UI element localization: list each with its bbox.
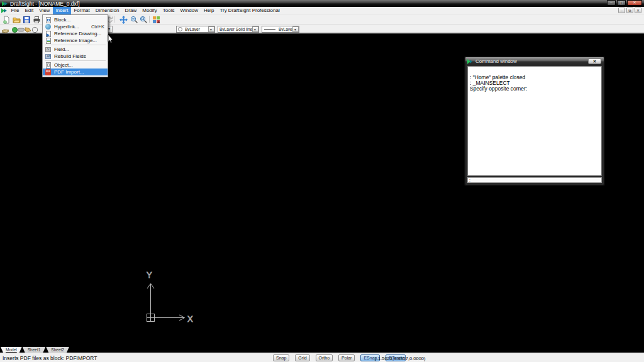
save-icon[interactable]	[23, 15, 31, 23]
window-title: DraftSight - [NONAME_0.dxf]	[10, 1, 80, 7]
chevron-down-icon[interactable]: ▾	[292, 26, 299, 32]
menu-bar: File Edit View Insert Format Dimension D…	[0, 7, 644, 14]
menu-tools[interactable]: Tools	[160, 7, 177, 14]
zoom-out-icon[interactable]	[130, 15, 138, 23]
zoom-window-icon[interactable]	[140, 15, 148, 23]
new-file-icon[interactable]	[3, 15, 11, 23]
coordinates-readout: (-1.5023,9.9557,0.0000)	[375, 356, 425, 361]
line-weight-sample-icon	[264, 29, 275, 30]
line-weight-dropdown[interactable]: ByLayer ▾	[262, 26, 299, 33]
menu-view[interactable]: View	[36, 7, 53, 14]
mdi-window-controls: – ⧉ ✕	[618, 8, 641, 13]
menu-format[interactable]: Format	[71, 7, 92, 14]
ucs-icon: Y X	[138, 267, 201, 327]
menu-insert[interactable]: Insert	[53, 7, 71, 14]
hyperlink-icon	[45, 24, 52, 30]
document-logo-icon	[1, 8, 7, 13]
menu-item-object[interactable]: Object...	[43, 62, 108, 69]
menu-help[interactable]: Help	[201, 7, 216, 14]
object-icon	[45, 62, 52, 69]
insert-menu-popup: Block... Hyperlink... Ctrl+K Reference D…	[42, 14, 108, 77]
command-window-close-button[interactable]: ✕	[588, 58, 601, 64]
tab-sheet2[interactable]: Sheet2	[46, 347, 69, 353]
mdi-restore-button[interactable]: ⧉	[626, 8, 633, 13]
ucs-y-label: Y	[147, 270, 152, 280]
command-line: Specify opposite corner:	[470, 86, 601, 92]
command-window-titlebar[interactable]: Command window ✕	[465, 57, 604, 65]
maximize-button[interactable]: ▢	[617, 0, 626, 6]
window-controls: – ▢ ✕	[607, 0, 642, 6]
menu-modify[interactable]: Modify	[140, 7, 160, 14]
menu-item-reference-image[interactable]: Reference Image...	[43, 37, 108, 44]
menu-item-block[interactable]: Block...	[43, 16, 108, 23]
tab-sheet1[interactable]: Sheet1	[23, 347, 46, 353]
reference-image-icon	[45, 38, 52, 44]
print-icon[interactable]	[33, 15, 41, 23]
ucs-x-label: X	[187, 314, 193, 324]
block-icon	[45, 17, 52, 23]
menu-item-hyperlink[interactable]: Hyperlink... Ctrl+K	[43, 23, 108, 30]
reference-drawing-icon	[45, 31, 52, 37]
line-style-dropdown[interactable]: ByLayer Solid line ▾	[218, 26, 259, 33]
status-bar: Inserts PDF files as block: PDFIMPORT Sn…	[0, 353, 644, 362]
line-style-name: Solid line	[235, 27, 252, 31]
status-message: Inserts PDF files as block: PDFIMPORT	[3, 355, 97, 361]
layer-properties-icon[interactable]: A	[152, 15, 160, 23]
menu-edit[interactable]: Edit	[22, 7, 36, 14]
menu-draw[interactable]: Draw	[122, 7, 140, 14]
polar-toggle[interactable]: Polar	[338, 354, 355, 361]
command-window-title: Command window	[475, 58, 517, 64]
pdf-import-icon	[45, 69, 52, 75]
toolbar-separator	[114, 16, 114, 23]
menu-window[interactable]: Window	[177, 7, 201, 14]
command-input[interactable]: :	[467, 177, 602, 183]
menu-file[interactable]: File	[8, 7, 22, 14]
command-history[interactable]: : "Home" palette closed : _MAINSELECT Sp…	[467, 66, 602, 176]
ortho-toggle[interactable]: Ortho	[316, 354, 333, 361]
field-icon	[45, 47, 52, 53]
menu-item-reference-drawing[interactable]: Reference Drawing...	[43, 30, 108, 37]
mouse-cursor	[108, 35, 114, 44]
sheet-tab-bar: Model Sheet1 Sheet2	[1, 347, 69, 353]
circle-tool-icon[interactable]	[31, 25, 39, 33]
color-swatch-icon	[178, 27, 182, 31]
mdi-close-button[interactable]: ✕	[635, 8, 641, 13]
open-file-icon[interactable]	[13, 15, 21, 23]
tab-model[interactable]: Model	[1, 347, 22, 353]
command-window: Command window ✕ : "Home" palette closed…	[464, 56, 605, 186]
snap-toggle[interactable]: Snap	[273, 354, 289, 361]
title-bar: DraftSight - [NONAME_0.dxf] – ▢ ✕	[0, 0, 644, 7]
menu-dimension[interactable]: Dimension	[92, 7, 122, 14]
grid-toggle[interactable]: Grid	[295, 354, 309, 361]
menu-item-rebuild-fields[interactable]: Rebuild Fields	[43, 53, 108, 60]
line-color-value: ByLayer	[184, 27, 208, 31]
draftsight-window: DraftSight - [NONAME_0.dxf] – ▢ ✕ File E…	[0, 0, 644, 362]
draftsight-logo-icon	[2, 1, 8, 6]
minimize-button[interactable]: –	[607, 0, 616, 6]
line-weight-value: ByLayer	[277, 27, 292, 31]
close-button[interactable]: ✕	[627, 0, 642, 6]
toolbar-separator	[149, 16, 150, 23]
mdi-minimize-button[interactable]: –	[618, 8, 625, 13]
sheet-set-icon[interactable]	[1, 25, 9, 33]
menu-item-field[interactable]: Field...	[43, 46, 108, 53]
menu-item-pdf-import[interactable]: PDF Import...	[43, 69, 108, 75]
menu-try-professional[interactable]: Try DraftSight Professional	[217, 7, 282, 14]
menu-separator	[45, 45, 106, 45]
line-style-value: ByLayer	[218, 27, 235, 31]
menu-separator	[45, 60, 106, 61]
line-color-dropdown[interactable]: ByLayer ▾	[176, 26, 215, 33]
command-window-icon	[467, 59, 473, 64]
svg-text:A: A	[157, 20, 160, 24]
chevron-down-icon[interactable]: ▾	[208, 26, 214, 32]
pan-icon[interactable]	[119, 15, 128, 23]
chevron-down-icon[interactable]: ▾	[252, 26, 258, 32]
rebuild-fields-icon	[45, 53, 52, 60]
